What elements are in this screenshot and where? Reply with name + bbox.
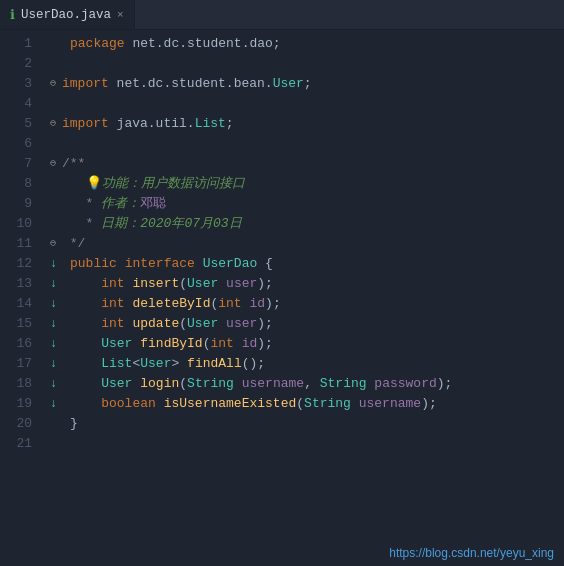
tab-userdao[interactable]: ℹ UserDao.java × <box>0 0 135 29</box>
line-num-15: 15 <box>0 314 42 334</box>
code-line-9: * 作者：邓聪 <box>50 194 564 214</box>
editor: 1 2 3 4 5 6 7 8 9 10 11 12 13 14 15 16 1… <box>0 30 564 566</box>
line-num-12: 12 <box>0 254 42 274</box>
line-numbers: 1 2 3 4 5 6 7 8 9 10 11 12 13 14 15 16 1… <box>0 30 42 566</box>
line-num-21: 21 <box>0 434 42 454</box>
line-num-2: 2 <box>0 54 42 74</box>
code-line-19: ↓ boolean isUsernameExisted(String usern… <box>50 394 564 414</box>
code-line-12: ↓ public interface UserDao { <box>50 254 564 274</box>
line-num-11: 11 <box>0 234 42 254</box>
code-line-6 <box>50 134 564 154</box>
line-num-10: 10 <box>0 214 42 234</box>
code-line-21 <box>50 434 564 454</box>
code-line-3: ⊖ import net.dc.student.bean.User; <box>50 74 564 94</box>
watermark: https://blog.csdn.net/yeyu_xing <box>389 546 554 560</box>
tab-filename: UserDao.java <box>21 8 111 22</box>
code-area: package net.dc.student.dao; ⊖ import net… <box>42 30 564 566</box>
line-num-4: 4 <box>0 94 42 114</box>
code-line-1: package net.dc.student.dao; <box>50 34 564 54</box>
code-line-20: } <box>50 414 564 434</box>
line-num-5: 5 <box>0 114 42 134</box>
line-num-7: 7 <box>0 154 42 174</box>
close-icon[interactable]: × <box>117 9 124 21</box>
code-line-13: ↓ int insert(User user); <box>50 274 564 294</box>
code-line-11: ⊖ */ <box>50 234 564 254</box>
code-line-14: ↓ int deleteById(int id); <box>50 294 564 314</box>
line-num-17: 17 <box>0 354 42 374</box>
code-line-4 <box>50 94 564 114</box>
info-icon: ℹ <box>10 7 15 23</box>
line-num-1: 1 <box>0 34 42 54</box>
code-line-8: 💡功能：用户数据访问接口 <box>50 174 564 194</box>
line-num-20: 20 <box>0 414 42 434</box>
line-num-19: 19 <box>0 394 42 414</box>
code-line-5: ⊖ import java.util.List; <box>50 114 564 134</box>
line-num-18: 18 <box>0 374 42 394</box>
code-line-17: ↓ List<User> findAll(); <box>50 354 564 374</box>
code-line-15: ↓ int update(User user); <box>50 314 564 334</box>
code-line-16: ↓ User findById(int id); <box>50 334 564 354</box>
code-line-10: * 日期：2020年07月03日 <box>50 214 564 234</box>
line-num-6: 6 <box>0 134 42 154</box>
code-line-18: ↓ User login(String username, String pas… <box>50 374 564 394</box>
code-line-2 <box>50 54 564 74</box>
tab-bar: ℹ UserDao.java × <box>0 0 564 30</box>
line-num-14: 14 <box>0 294 42 314</box>
line-num-16: 16 <box>0 334 42 354</box>
line-num-9: 9 <box>0 194 42 214</box>
line-num-8: 8 <box>0 174 42 194</box>
line-num-3: 3 <box>0 74 42 94</box>
line-num-13: 13 <box>0 274 42 294</box>
code-line-7: ⊖ /** <box>50 154 564 174</box>
